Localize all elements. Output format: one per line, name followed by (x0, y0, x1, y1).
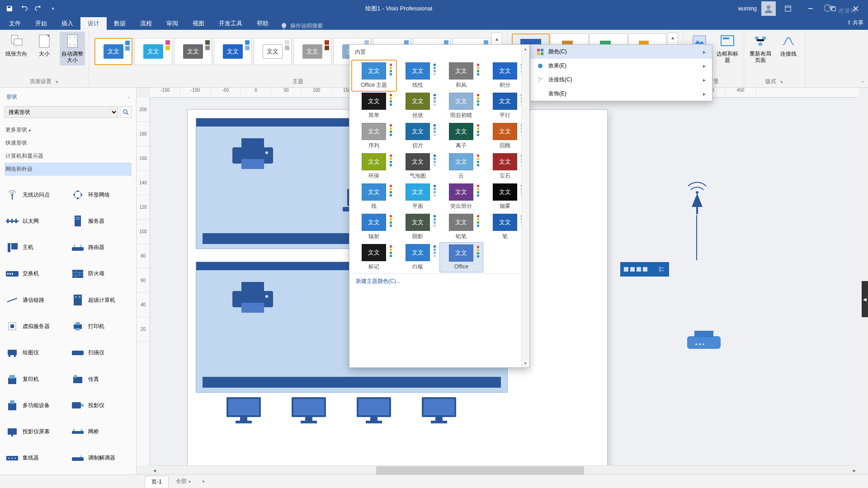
size-button[interactable]: 大小 (32, 32, 57, 59)
relayout-button[interactable]: 重新布局页面 (748, 32, 773, 66)
collapse-ribbon[interactable]: ⌃ (861, 80, 864, 85)
share-button[interactable]: ⇧ 共享 (847, 19, 863, 27)
switch-shape[interactable] (620, 262, 669, 277)
theme-color-item[interactable]: 文文Office (439, 242, 483, 272)
stencil-shape[interactable]: 防火墙 (69, 262, 133, 286)
theme-color-item[interactable]: 文文环保 (352, 151, 396, 182)
user-name[interactable]: wuming (736, 5, 760, 12)
stencil-shape[interactable]: 虚拟服务器 (4, 314, 67, 338)
stencil-shape[interactable]: 传真 (69, 367, 133, 391)
theme-color-item[interactable]: 文文雨后初晴 (439, 91, 483, 121)
theme-color-item[interactable]: 文文宝石 (483, 151, 527, 182)
tab-design[interactable]: 设计 (80, 17, 107, 30)
theme-color-item[interactable]: 文文铅笔 (439, 212, 483, 242)
tab-developer[interactable]: 开发工具 (212, 17, 250, 30)
theme-color-item[interactable]: 文文突出部分 (439, 182, 483, 212)
search-shapes-input[interactable]: 搜索形状 (5, 106, 118, 118)
theme-color-item[interactable]: 文文烟雾 (483, 182, 527, 212)
connector-line[interactable] (696, 215, 697, 260)
more-shapes[interactable]: 更多形状 ▸ (5, 123, 132, 136)
horizontal-scrollbar[interactable]: ◂▸ (150, 465, 859, 474)
submenu-color[interactable]: 颜色(C)▸ (530, 45, 712, 59)
stencil-shape[interactable]: 投影仪 (69, 394, 133, 417)
theme-color-item[interactable]: 文文Office 主题 (352, 61, 396, 91)
tab-insert[interactable]: 插入 (54, 17, 80, 30)
theme-color-item[interactable]: 文文离子 (439, 121, 483, 151)
minimize-button[interactable] (800, 2, 821, 15)
tab-file[interactable]: 文件 (2, 17, 28, 30)
theme-color-item[interactable]: 文文线性 (396, 61, 440, 91)
stencil-shape[interactable]: 环形网络 (69, 183, 133, 206)
stencil-shape[interactable]: 超级计算机 (69, 288, 133, 312)
submenu-effects[interactable]: 效果(E)▸ (530, 59, 712, 73)
theme-color-item[interactable]: 文文辐射 (352, 212, 396, 242)
theme-color-item[interactable]: 文文白板 (396, 242, 440, 272)
stencil-shape[interactable]: 以太网 (4, 209, 67, 233)
dropdown-scrollbar[interactable]: ▴▾ (521, 45, 529, 367)
theme-color-item[interactable]: 文文序列 (352, 121, 396, 151)
stencil-shape[interactable]: 网桥 (69, 420, 133, 443)
theme-color-item[interactable]: 文文笔 (483, 212, 527, 242)
quick-shapes[interactable]: 快速形状 (5, 136, 132, 150)
printer-shape[interactable] (228, 136, 278, 173)
save-button[interactable] (3, 2, 16, 15)
dialog-launcher-icon[interactable]: ⬊ (780, 80, 783, 84)
orientation-button[interactable]: 纸张方向 (4, 32, 29, 59)
stencil-shape[interactable]: 主机 (4, 236, 67, 259)
search-icon[interactable] (120, 106, 132, 118)
submenu-connectors[interactable]: 连接线(C)▸ (530, 73, 712, 87)
theme-color-item[interactable]: 文文简单 (352, 91, 396, 121)
stencil-shape[interactable]: 调制解调器 (69, 446, 133, 470)
tab-help[interactable]: 帮助 (250, 17, 276, 30)
tab-home[interactable]: 开始 (28, 17, 54, 30)
tab-view[interactable]: 视图 (185, 17, 212, 30)
dialog-launcher-icon[interactable]: ⬊ (55, 80, 59, 84)
printer-shape[interactable] (684, 330, 724, 356)
category-computers[interactable]: 计算机和显示器 (5, 150, 132, 163)
stencil-shape[interactable]: 路由器 (69, 236, 133, 259)
tab-review[interactable]: 审阅 (159, 17, 185, 30)
avatar[interactable] (761, 1, 776, 16)
stencil-shape[interactable]: 无线访问点 (4, 183, 67, 206)
close-button[interactable] (845, 2, 866, 15)
stencil-shape[interactable]: 通信链路 (4, 288, 67, 312)
theme-color-item[interactable]: 文文气泡图 (396, 151, 440, 182)
monitor-row[interactable] (224, 395, 459, 424)
stencil-shape[interactable]: 扫描仪 (69, 341, 133, 365)
stencil-shape[interactable]: 多功能设备 (4, 394, 67, 417)
connectors-button[interactable]: 连接线 (776, 32, 801, 59)
page-tab[interactable]: 页-1 (145, 476, 169, 488)
stencil-shape[interactable]: 交换机 (4, 262, 67, 286)
theme-color-item[interactable]: 文文线 (352, 182, 396, 212)
stencil-shape[interactable]: 投影仪屏幕 (4, 420, 67, 443)
theme-color-item[interactable]: 文文平面 (396, 182, 440, 212)
qat-customize[interactable]: ▾ (46, 2, 60, 15)
pane-collapse[interactable]: ‹ (128, 94, 130, 100)
redo-button[interactable] (32, 2, 45, 15)
theme-color-item[interactable]: 文文云 (439, 151, 483, 182)
ribbon-display-options[interactable] (778, 2, 798, 15)
stencil-shape[interactable]: 复印机 (4, 367, 67, 391)
theme-color-item[interactable]: 文文标记 (352, 242, 396, 272)
tab-process[interactable]: 流程 (133, 17, 159, 30)
theme-color-item[interactable]: 文文积分 (483, 61, 527, 91)
add-page-button[interactable]: ＋ (198, 476, 209, 487)
maximize-button[interactable] (823, 2, 844, 15)
theme-color-item[interactable]: 文文回顾 (483, 121, 527, 151)
new-theme-color[interactable]: 新建主题颜色(C)... (349, 273, 529, 289)
printer-shape[interactable] (228, 280, 278, 316)
theme-color-item[interactable]: 文文切片 (396, 121, 440, 151)
all-pages[interactable]: 全部 ▾ (171, 476, 195, 487)
category-network[interactable]: 网络和外设 (5, 163, 132, 176)
tab-data[interactable]: 数据 (107, 17, 133, 30)
stencil-shape[interactable]: 集线器 (4, 446, 67, 470)
pane-collapse-handle[interactable]: ◀ (862, 281, 868, 317)
border-title-button[interactable]: 边框和标题 (715, 32, 740, 66)
auto-size-button[interactable]: 自动调整大小 (60, 32, 85, 66)
submenu-decorations[interactable]: 装饰(E)▸ (530, 87, 712, 101)
undo-button[interactable] (17, 2, 31, 15)
theme-color-item[interactable]: 文文和风 (439, 61, 483, 91)
theme-color-item[interactable]: 文文阴影 (396, 212, 440, 242)
wireless-ap-shape[interactable] (684, 178, 711, 214)
theme-color-item[interactable]: 文文丝状 (396, 91, 440, 121)
